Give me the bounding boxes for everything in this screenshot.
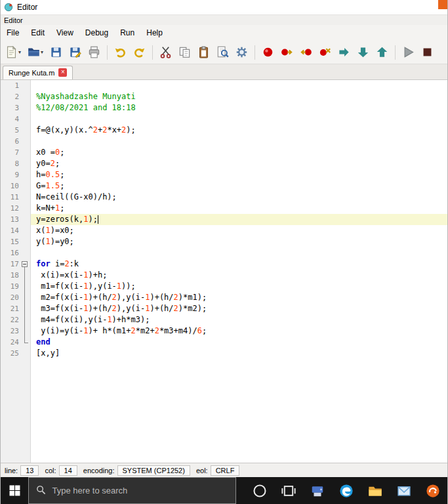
code-line-16[interactable]: [31, 247, 447, 259]
line-number-9[interactable]: 9: [1, 171, 20, 179]
previous-breakpoint-button[interactable]: [297, 43, 315, 62]
paste-button[interactable]: [195, 43, 213, 62]
cortana-button[interactable]: [245, 477, 274, 504]
step-out-button[interactable]: [373, 43, 391, 62]
tab-runge-kuta[interactable]: Runge Kuta.m ×: [3, 66, 73, 79]
code-line-2[interactable]: %Nyashadzashe Munyati: [31, 91, 447, 102]
line-number-5[interactable]: 5: [1, 126, 20, 135]
fold-collapse-icon[interactable]: [22, 261, 28, 267]
menu-run[interactable]: Run: [114, 26, 140, 39]
code-line-6[interactable]: [31, 136, 447, 147]
line-number-3[interactable]: 3: [1, 104, 20, 112]
menu-file[interactable]: File: [1, 26, 25, 39]
code-token: 1: [107, 315, 112, 324]
code-line-7[interactable]: x0 =0;: [31, 147, 447, 158]
line-number-2[interactable]: 2: [1, 93, 20, 101]
code-line-9[interactable]: h=0.5;: [31, 169, 447, 180]
code-token: )+h;: [88, 270, 107, 280]
code-line-8[interactable]: y0=2;: [31, 158, 447, 169]
toggle-breakpoint-button[interactable]: [259, 43, 277, 62]
tab-close-icon[interactable]: ×: [58, 68, 67, 77]
line-number-16[interactable]: 16: [1, 249, 20, 257]
code-line-23[interactable]: y(i)=y(i-1)+ h*(m1+2*m2+2*m3+m4)/6;: [31, 326, 447, 337]
code-line-17[interactable]: for i=2:k: [31, 259, 447, 270]
title-bar[interactable]: Editor: [1, 0, 447, 14]
line-number-4[interactable]: 4: [1, 115, 20, 123]
line-number-22[interactable]: 22: [1, 316, 20, 324]
line-number-23[interactable]: 23: [1, 327, 20, 335]
save-as-button[interactable]: [66, 43, 84, 62]
code-line-12[interactable]: k=N+1;: [31, 203, 447, 214]
cut-button[interactable]: [157, 43, 174, 62]
menu-help[interactable]: Help: [140, 26, 169, 39]
menu-edit[interactable]: Edit: [25, 26, 51, 39]
code-token: );: [88, 215, 97, 224]
line-number-7[interactable]: 7: [1, 148, 20, 157]
edge-button[interactable]: [332, 477, 361, 504]
file-explorer-button[interactable]: [361, 477, 390, 504]
menu-view[interactable]: View: [51, 26, 79, 39]
run-button[interactable]: [399, 43, 417, 62]
pinned-app-orange-button[interactable]: [418, 477, 447, 504]
line-number-10[interactable]: 10: [1, 182, 20, 190]
code-line-25[interactable]: [x,y]: [31, 348, 447, 359]
code-line-22[interactable]: m4=f(x(i),y(i-1)+h*m3);: [31, 314, 447, 326]
find-replace-button[interactable]: [214, 43, 232, 62]
code-line-19[interactable]: m1=f(x(i-1),y(i-1));: [31, 281, 447, 292]
line-number-1[interactable]: 1: [1, 81, 20, 90]
code-line-1[interactable]: [31, 80, 447, 91]
print-button[interactable]: [85, 43, 103, 62]
code-line-18[interactable]: x(i)=x(i-1)+h;: [31, 270, 447, 281]
code-line-3[interactable]: %12/08/2021 and 18:18: [31, 102, 447, 114]
remove-breakpoints-button[interactable]: [316, 43, 334, 62]
start-button[interactable]: [1, 477, 28, 504]
code-line-10[interactable]: G=1.5;: [31, 180, 447, 192]
code-editor[interactable]: 1234567891011121314151617181920212223242…: [1, 80, 447, 463]
step-in-button[interactable]: [354, 43, 372, 62]
save-button[interactable]: [47, 43, 65, 62]
task-view-button[interactable]: [274, 477, 303, 504]
line-number-14[interactable]: 14: [1, 226, 20, 235]
line-number-8[interactable]: 8: [1, 159, 20, 168]
code-line-14[interactable]: x(1)=x0;: [31, 225, 447, 236]
line-number-6[interactable]: 6: [1, 137, 20, 146]
code-line-20[interactable]: m2=f(x(i-1)+(h/2),y(i-1)+(h/2)*m1);: [31, 292, 447, 303]
fold-marker-start[interactable]: [20, 259, 29, 270]
line-number-12[interactable]: 12: [1, 204, 20, 213]
dropdown-arrow-icon[interactable]: ▾: [41, 49, 43, 55]
open-button[interactable]: ▾: [25, 43, 46, 62]
undo-button[interactable]: [112, 43, 129, 62]
step-button[interactable]: [335, 43, 353, 62]
code-line-24[interactable]: end: [31, 337, 447, 348]
redo-button[interactable]: [131, 43, 148, 62]
line-number-24[interactable]: 24: [1, 338, 20, 346]
line-number-13[interactable]: 13: [1, 215, 20, 224]
copy-button[interactable]: [176, 43, 193, 62]
code-line-15[interactable]: y(1)=y0;: [31, 236, 447, 247]
line-number-25[interactable]: 25: [1, 349, 20, 358]
line-number-15[interactable]: 15: [1, 238, 20, 246]
line-number-18[interactable]: 18: [1, 271, 20, 280]
code-line-5[interactable]: f=@(x,y)(x.^2+2*x+2);: [31, 125, 447, 136]
line-number-17[interactable]: 17: [1, 260, 20, 268]
line-number-21[interactable]: 21: [1, 304, 20, 313]
line-number-20[interactable]: 20: [1, 293, 20, 302]
code-line-11[interactable]: N=ceil((G-x0)/h);: [31, 192, 447, 203]
line-number-19[interactable]: 19: [1, 282, 20, 291]
code-token: )+(h/: [150, 304, 173, 313]
code-line-4[interactable]: [31, 114, 447, 125]
fold-column: [20, 180, 29, 192]
mail-button[interactable]: [390, 477, 418, 504]
stop-button[interactable]: [418, 43, 436, 62]
code-line-13[interactable]: y=zeros(k,1);: [31, 214, 447, 225]
line-number-11[interactable]: 11: [1, 193, 20, 201]
preferences-button[interactable]: [233, 43, 251, 62]
code-line-21[interactable]: m3=f(x(i-1)+(h/2),y(i-1)+(h/2)*m2);: [31, 303, 447, 314]
menu-debug[interactable]: Debug: [79, 26, 114, 39]
dropdown-arrow-icon[interactable]: ▾: [18, 49, 21, 55]
new-script-button[interactable]: ▾: [3, 43, 24, 62]
taskbar-search-input[interactable]: Type here to search: [28, 477, 236, 504]
pinned-app-blue-button[interactable]: [303, 477, 332, 504]
next-breakpoint-button[interactable]: [278, 43, 296, 62]
code-area[interactable]: %Nyashadzashe Munyati%12/08/2021 and 18:…: [31, 80, 447, 463]
